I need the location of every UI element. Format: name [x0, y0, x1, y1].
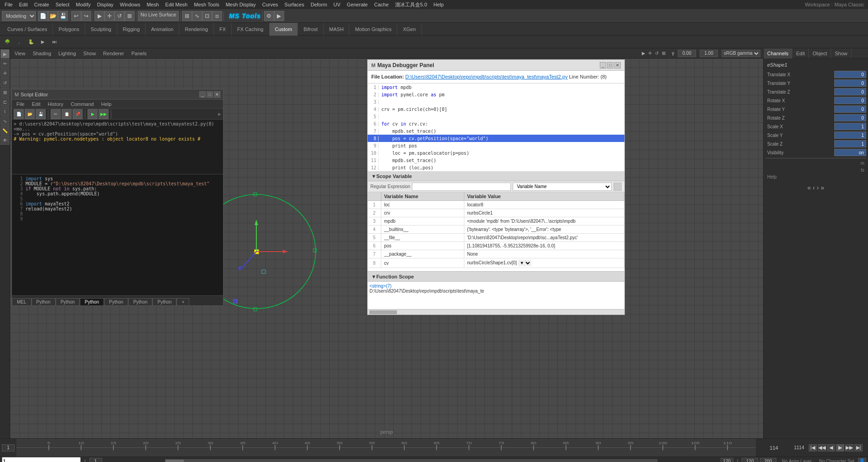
tab-xgen[interactable]: XGen — [397, 23, 421, 36]
range-start-input[interactable] — [89, 458, 102, 462]
icon-python[interactable]: 🐍 — [26, 37, 36, 47]
play-fwd-btn[interactable]: ▶ — [836, 444, 844, 452]
se-minimize-btn[interactable]: _ — [199, 91, 206, 98]
curve-tool-lt[interactable]: ∿ — [0, 116, 10, 126]
dp-horizontal-scrollbar[interactable] — [368, 309, 624, 315]
dp-var-row-6[interactable]: 6 pos [1.10819418755, -5.95213259928e-16… — [368, 242, 624, 250]
ch-arrow-left2[interactable]: « — [807, 184, 811, 191]
ch-help[interactable]: Help — [765, 173, 866, 180]
range-end-input[interactable] — [721, 458, 733, 462]
dp-file-link[interactable]: D:\Users\82047\Desktop\repo\mpdb\scripts… — [405, 74, 568, 79]
exposure-input[interactable] — [700, 50, 718, 57]
menu-uv[interactable]: UV — [331, 1, 343, 8]
snap-surface[interactable]: ⧈ — [212, 11, 222, 21]
tab-fx[interactable]: FX — [214, 23, 232, 36]
se-menu-history[interactable]: History — [45, 101, 66, 107]
se-copy[interactable]: 📋 — [62, 109, 72, 119]
dp-var-row-5[interactable]: 5 __file__ 'D:\Users\82047\Desktop\repo\… — [368, 234, 624, 242]
menu-file[interactable]: File — [2, 1, 16, 8]
redo-btn[interactable]: ↪ — [81, 11, 91, 21]
tab-polygons[interactable]: Polygons — [53, 23, 85, 36]
lasso-tool-lt[interactable]: ⊏ — [0, 97, 10, 106]
se-new[interactable]: 📄 — [14, 109, 24, 119]
se-menu-file[interactable]: File — [14, 101, 27, 107]
se-tab-python1[interactable]: Python — [31, 298, 56, 305]
menu-curves[interactable]: Curves — [260, 1, 281, 8]
se-code-input[interactable]: 1 import sys 2 MODULE = r"D:\Users\82047… — [12, 174, 223, 295]
menu-deform[interactable]: Deform — [308, 1, 330, 8]
menu-help[interactable]: Help — [431, 1, 447, 8]
tab-motion-graphics[interactable]: Motion Graphics — [349, 23, 397, 36]
ch-arrow-right2[interactable]: » — [821, 184, 824, 191]
se-open[interactable]: 📂 — [25, 109, 35, 119]
ch-scale-x-value[interactable]: 1 — [834, 123, 866, 130]
current-frame-input[interactable] — [2, 457, 81, 462]
new-file-btn[interactable]: 📄 — [38, 11, 48, 21]
menu-windows[interactable]: Windows — [117, 1, 143, 8]
menu-modify[interactable]: Modify — [73, 1, 93, 8]
paint-tool-lt[interactable]: ✏ — [0, 59, 10, 68]
step-back-btn[interactable]: ◀◀ — [818, 444, 826, 452]
move-tool[interactable]: ✛ — [104, 11, 114, 21]
measure-tool-lt[interactable]: 📏 — [0, 126, 10, 135]
scale-tool[interactable]: ⊠ — [125, 11, 135, 21]
vp-icon-rotate[interactable]: ↺ — [655, 51, 659, 56]
se-close-btn[interactable]: ✕ — [214, 91, 220, 98]
dp-cv-dropdown[interactable]: ▼ — [518, 260, 531, 266]
se-tab-add[interactable]: + — [177, 298, 189, 305]
select-tool[interactable]: ▶ — [94, 11, 104, 21]
tab-channels[interactable]: Channels — [764, 48, 792, 58]
tab-animation[interactable]: Animation — [146, 23, 179, 36]
render-btn[interactable]: ▶ — [274, 11, 284, 21]
save-btn[interactable]: 💾 — [58, 11, 68, 21]
select-tool-lt[interactable]: ▶ — [0, 49, 10, 58]
vp-panels[interactable]: Panels — [130, 50, 149, 57]
se-maximize-btn[interactable]: □ — [207, 91, 213, 98]
ch-rotate-y-value[interactable]: 0 — [834, 105, 866, 113]
vp-icon-move[interactable]: ✛ — [648, 51, 652, 56]
ch-translate-z-value[interactable]: 0 — [834, 88, 866, 95]
icon-tree[interactable]: 🌳 — [2, 37, 13, 47]
dp-filter-dropdown-btn[interactable]: ▼ — [613, 183, 622, 191]
dp-close-btn[interactable]: ✕ — [614, 62, 621, 68]
mode-select[interactable]: Modeling — [2, 11, 36, 21]
vp-view[interactable]: View — [13, 50, 27, 57]
se-tab-mel[interactable]: MEL — [12, 298, 31, 305]
menu-mesh-tools[interactable]: Mesh Tools — [191, 1, 222, 8]
menu-select[interactable]: Select — [53, 1, 73, 8]
se-cut[interactable]: ✂ — [51, 109, 61, 119]
menu-generate[interactable]: Generate — [344, 1, 370, 8]
move-tool-lt[interactable]: ✛ — [0, 68, 10, 78]
se-menu-help[interactable]: Help — [99, 101, 114, 107]
tab-sculpting[interactable]: Sculpting — [85, 23, 117, 36]
dp-scrollbar-thumb[interactable] — [369, 310, 397, 314]
se-tab-python5[interactable]: Python — [128, 298, 152, 305]
tab-custom[interactable]: Custom — [270, 23, 298, 36]
ch-arrow-left[interactable]: ‹ — [813, 184, 815, 191]
menu-edit[interactable]: Edit — [16, 1, 31, 8]
dp-regex-input[interactable] — [412, 183, 511, 191]
ch-rotate-x-value[interactable]: 0 — [834, 97, 866, 104]
dp-var-row-2[interactable]: 2 crv nurbsCircle1 — [368, 209, 624, 217]
menu-surfaces[interactable]: Surfaces — [282, 1, 307, 8]
timeline-ruler[interactable]: 5 10 15 20 25 30 35 40 45 50 55 60 65 — [16, 439, 792, 457]
icon-comma[interactable]: , — [14, 37, 25, 47]
menu-display[interactable]: Display — [94, 1, 116, 8]
vp-show[interactable]: Show — [82, 50, 98, 57]
sculpt-tool-lt[interactable]: ⌇ — [0, 107, 10, 116]
ch-translate-x-value[interactable]: 0 — [834, 71, 866, 78]
menu-mesh-display[interactable]: Mesh Display — [223, 1, 259, 8]
menu-edit-mesh[interactable]: Edit Mesh — [162, 1, 190, 8]
ch-translate-y-value[interactable]: 0 — [834, 79, 866, 87]
ch-arrow-right[interactable]: › — [817, 184, 819, 191]
se-tab-python3[interactable]: Python — [80, 298, 104, 305]
se-tab-python2[interactable]: Python — [56, 298, 80, 305]
menu-create[interactable]: Create — [31, 1, 52, 8]
out-range-input[interactable] — [760, 458, 776, 462]
tab-edit-ch[interactable]: Edit — [792, 48, 809, 58]
se-save[interactable]: 💾 — [36, 109, 46, 119]
se-run[interactable]: ▶ — [88, 109, 98, 119]
snap-curve[interactable]: ∿ — [192, 11, 202, 21]
tab-object-ch[interactable]: Object — [809, 48, 831, 58]
se-tab-python4[interactable]: Python — [104, 298, 128, 305]
